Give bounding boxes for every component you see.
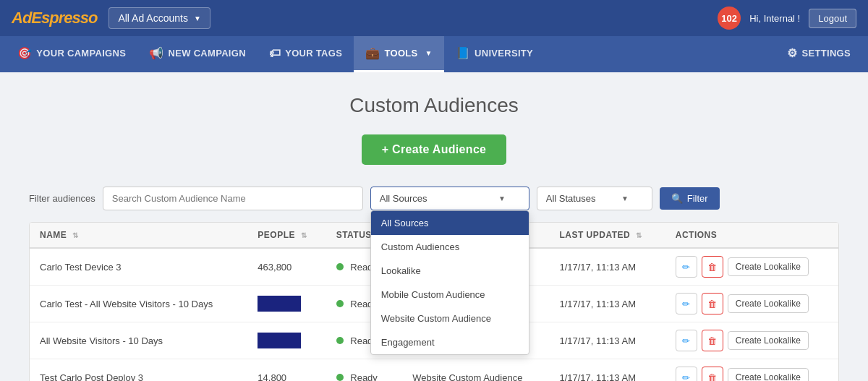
top-bar: AdEspresso All Ad Accounts ▼ 102 Hi, Int…	[0, 0, 868, 36]
action-buttons: ✏ 🗑 Create Lookalike	[676, 330, 828, 351]
row-last-updated: 1/17/17, 11:13 AM	[549, 359, 665, 382]
delete-button[interactable]: 🗑	[702, 367, 723, 381]
tools-chevron-icon: ▼	[425, 49, 433, 57]
col-header-actions: ACTIONS	[665, 223, 838, 248]
new-campaign-icon: 📢	[149, 46, 163, 60]
people-color-block	[258, 296, 301, 312]
sort-icon-people: ⇅	[301, 231, 307, 239]
row-source: Website Custom Audience	[402, 359, 549, 382]
top-right: 102 Hi, Internal ! Logout	[718, 7, 856, 30]
edit-button[interactable]: ✏	[676, 367, 697, 381]
row-actions: ✏ 🗑 Create Lookalike	[665, 359, 838, 382]
settings-icon: ⚙	[787, 46, 797, 60]
row-status: Ready	[326, 359, 403, 382]
university-icon: 📘	[456, 46, 470, 60]
status-dot	[336, 300, 344, 307]
logo: AdEspresso	[12, 9, 97, 27]
source-dropdown-wrapper: All Sources ▼ All Sources Custom Audienc…	[370, 187, 529, 210]
source-option-all-sources[interactable]: All Sources	[371, 211, 529, 235]
edit-button[interactable]: ✏	[676, 293, 697, 314]
sidebar-item-your-campaigns[interactable]: 🎯 YOUR CAMPAIGNS	[6, 36, 137, 72]
nav-label-new-campaign: NEW CAMPAIGN	[168, 48, 245, 59]
nav-label-tags: YOUR TAGS	[285, 48, 342, 59]
logout-button[interactable]: Logout	[809, 9, 856, 28]
nav-label-university: UNIVERSITY	[475, 48, 533, 59]
create-lookalike-button[interactable]: Create Lookalike	[728, 294, 809, 313]
row-name: All Website Visitors - 10 Days	[30, 322, 247, 359]
status-label: Ready	[350, 372, 378, 382]
nav-bar: 🎯 YOUR CAMPAIGNS 📢 NEW CAMPAIGN 🏷 YOUR T…	[0, 36, 868, 72]
status-dropdown-label: All Statuses	[546, 193, 596, 204]
nav-label-campaigns: YOUR CAMPAIGNS	[36, 48, 126, 59]
source-dropdown-label: All Sources	[380, 193, 427, 204]
page-title: Custom Audiences	[29, 94, 839, 117]
row-people: 463,800	[247, 248, 326, 286]
row-people	[247, 286, 326, 322]
delete-button[interactable]: 🗑	[702, 330, 723, 351]
col-header-name: NAME ⇅	[30, 223, 247, 248]
logo-text: AdEspresso	[12, 9, 97, 27]
status-dropdown-button[interactable]: All Statuses ▼	[537, 187, 652, 210]
sidebar-item-settings[interactable]: ⚙ SETTINGS	[775, 36, 862, 72]
user-greeting: Hi, Internal !	[749, 13, 800, 24]
create-lookalike-button[interactable]: Create Lookalike	[728, 331, 809, 350]
action-buttons: ✏ 🗑 Create Lookalike	[676, 293, 828, 314]
status-dropdown[interactable]: All Statuses ▼	[537, 187, 652, 210]
sidebar-item-tools[interactable]: 💼 TOOLS ▼	[354, 36, 444, 72]
main-content: Custom Audiences + Create Audience Filte…	[14, 72, 854, 381]
source-option-website-custom[interactable]: Website Custom Audience	[371, 307, 529, 330]
delete-button[interactable]: 🗑	[702, 256, 723, 278]
filter-button-label: Filter	[687, 193, 708, 204]
row-last-updated: 1/17/17, 11:13 AM	[549, 322, 665, 359]
row-people	[247, 322, 326, 359]
account-selector[interactable]: All Ad Accounts ▼	[109, 7, 210, 29]
edit-button[interactable]: ✏	[676, 330, 697, 351]
nav-label-settings: SETTINGS	[802, 48, 851, 59]
people-color-block	[258, 333, 301, 348]
source-option-lookalike[interactable]: Lookalike	[371, 259, 529, 283]
row-last-updated: 1/17/17, 11:13 AM	[549, 248, 665, 286]
chevron-down-icon: ▼	[194, 14, 201, 22]
col-header-people: PEOPLE ⇅	[247, 223, 326, 248]
col-header-last-updated: LAST UPDATED ⇅	[549, 223, 665, 248]
filter-label: Filter audiences	[29, 193, 95, 204]
table-row: Test Carlo Post Deploy 3 14,800 Ready We…	[30, 359, 838, 382]
source-dropdown-menu: All Sources Custom Audiences Lookalike M…	[370, 210, 529, 355]
action-buttons: ✏ 🗑 Create Lookalike	[676, 256, 828, 278]
account-selector-label: All Ad Accounts	[118, 12, 188, 24]
create-audience-button[interactable]: + Create Audience	[362, 134, 507, 165]
source-dropdown-button[interactable]: All Sources ▼	[370, 187, 529, 210]
filter-button[interactable]: 🔍 Filter	[660, 187, 720, 210]
source-option-mobile-custom[interactable]: Mobile Custom Audience	[371, 283, 529, 307]
sidebar-item-your-tags[interactable]: 🏷 YOUR TAGS	[258, 36, 354, 72]
edit-button[interactable]: ✏	[676, 256, 697, 278]
row-actions: ✏ 🗑 Create Lookalike	[665, 248, 838, 286]
row-name: Test Carlo Post Deploy 3	[30, 359, 247, 382]
filter-search-icon: 🔍	[671, 193, 683, 204]
status-chevron-icon: ▼	[621, 194, 629, 202]
campaigns-icon: 🎯	[17, 46, 32, 60]
status-dot	[336, 337, 344, 344]
sidebar-item-university[interactable]: 📘 UNIVERSITY	[444, 36, 545, 72]
top-bar-left: AdEspresso All Ad Accounts ▼	[12, 7, 210, 29]
tools-icon: 💼	[365, 46, 380, 60]
tags-icon: 🏷	[269, 47, 281, 60]
source-option-engagement[interactable]: Engagement	[371, 330, 529, 354]
search-input[interactable]	[103, 187, 363, 210]
row-name: Carlo Test - All Website Visitors - 10 D…	[30, 286, 247, 322]
create-lookalike-button[interactable]: Create Lookalike	[728, 368, 809, 381]
action-buttons: ✏ 🗑 Create Lookalike	[676, 367, 828, 381]
source-option-custom-audiences[interactable]: Custom Audiences	[371, 235, 529, 259]
status-dot	[336, 374, 344, 381]
row-last-updated: 1/17/17, 11:13 AM	[549, 286, 665, 322]
notification-badge[interactable]: 102	[718, 7, 741, 30]
sort-icon-name: ⇅	[72, 231, 79, 239]
sidebar-item-new-campaign[interactable]: 📢 NEW CAMPAIGN	[137, 36, 258, 72]
create-lookalike-button[interactable]: Create Lookalike	[728, 257, 809, 276]
row-actions: ✏ 🗑 Create Lookalike	[665, 286, 838, 322]
source-dropdown[interactable]: All Sources ▼	[370, 187, 529, 210]
source-chevron-icon: ▼	[498, 194, 506, 202]
row-actions: ✏ 🗑 Create Lookalike	[665, 322, 838, 359]
delete-button[interactable]: 🗑	[702, 293, 723, 314]
filter-row: Filter audiences All Sources ▼ All Sourc…	[29, 187, 839, 210]
